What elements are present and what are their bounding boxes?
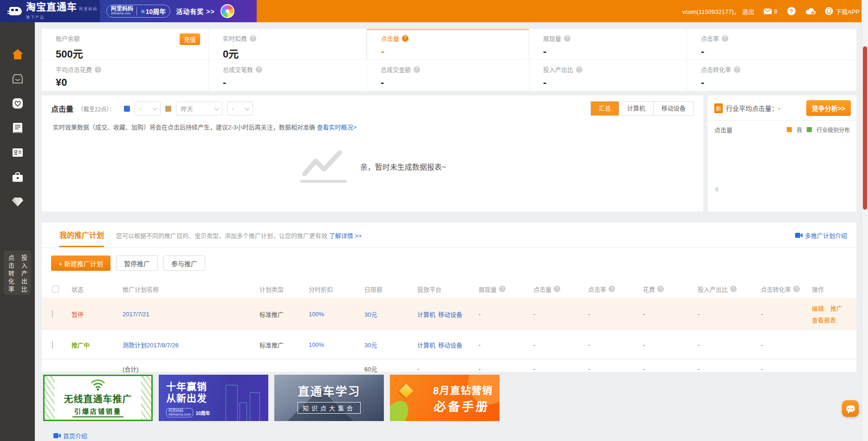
help-icon[interactable]: ? xyxy=(256,66,262,73)
customer-service-button[interactable] xyxy=(842,400,859,417)
stat-avg-click-cost[interactable]: 平均点击花费? ¥0 xyxy=(42,60,209,91)
promote-link[interactable]: 推广 xyxy=(830,304,842,313)
help-icon[interactable]: ? xyxy=(499,286,505,292)
video-icon xyxy=(795,233,803,238)
tab-mobile[interactable]: 移动设备 xyxy=(654,102,693,115)
chat-bubble-icon xyxy=(846,405,855,412)
stat-total-orders[interactable]: 总成交笔数? - xyxy=(209,60,367,91)
help-icon[interactable]: ? xyxy=(250,35,256,42)
learn-more-link[interactable]: 了解详情 >> xyxy=(329,232,362,239)
daily-limit-link[interactable]: 30元 xyxy=(364,311,377,318)
view-report-link[interactable]: 查看报表 xyxy=(812,315,853,324)
help-icon[interactable]: ? xyxy=(402,35,408,42)
help-icon[interactable]: ? xyxy=(730,286,737,292)
stat-ctr[interactable]: 点击率? - xyxy=(687,29,856,60)
help-icon[interactable]: ? xyxy=(414,66,420,73)
platform-mobile-link[interactable]: 移动设备 xyxy=(438,310,462,319)
help-icon[interactable]: ? xyxy=(734,66,740,73)
recharge-button[interactable]: 充值 xyxy=(180,33,200,45)
discount-link[interactable]: 100% xyxy=(309,311,324,318)
help-icon[interactable]: ? xyxy=(564,35,570,42)
tab-my-campaigns[interactable]: 我的推广计划 xyxy=(59,229,104,247)
summary-impressions: - xyxy=(479,365,533,372)
logo[interactable]: 淘宝直通车 阿里妈妈旗下产品 xyxy=(0,0,100,22)
banner-title-line1: 8月直钻营销 xyxy=(433,385,493,396)
banner-subtitle: 引爆店铺销量 xyxy=(72,406,123,417)
alimama-brand-cn: 阿里妈妈 xyxy=(111,6,133,11)
anniversary-banner[interactable]: 阿里妈妈 Alimama.com ✳10周年 活动有奖 >> xyxy=(100,0,257,22)
compare-select[interactable]: - xyxy=(227,102,253,115)
campaign-name-link[interactable]: 2017/7/21 xyxy=(123,311,149,318)
col-name: 推广计划名称 xyxy=(123,285,259,294)
help-icon[interactable]: ? xyxy=(95,66,101,73)
scrollbar[interactable] xyxy=(862,0,868,441)
campaign-name-link[interactable]: 测款计划2017/8/7/26 xyxy=(123,342,179,349)
help-icon[interactable]: ? xyxy=(609,286,615,292)
legend-me-swatch xyxy=(787,127,792,132)
date-select[interactable]: 昨天 xyxy=(176,102,222,115)
banner-august-handbook[interactable]: 8月直钻营销 必备手册 xyxy=(390,375,499,421)
platform-pc-link[interactable]: 计算机 xyxy=(417,340,435,349)
device-tabs: 汇总 计算机 移动设备 xyxy=(590,101,694,116)
help-icon[interactable]: ? xyxy=(576,66,583,73)
banner-anniversary[interactable]: 十年赢销 从新出发 阿里妈妈Alimama.com 10周年 xyxy=(159,375,268,421)
select-all-checkbox[interactable] xyxy=(52,286,59,293)
chevron-down-icon xyxy=(214,106,219,110)
help-icon[interactable]: ? xyxy=(722,35,728,42)
banner-learning[interactable]: 直通车学习 知识点大集合 xyxy=(274,375,384,421)
stat-conversion-rate[interactable]: 点击转化率? - xyxy=(687,60,856,91)
stat-account-balance[interactable]: 账户余额 500元 充值 xyxy=(42,29,209,60)
platform-mobile-link[interactable]: 移动设备 xyxy=(438,340,462,349)
summary-conversion: - xyxy=(761,365,812,372)
stat-clicks[interactable]: 点击量? - xyxy=(367,29,529,60)
chart-title-suffix: （截至22点）： xyxy=(78,105,115,113)
scrollbar-thumb[interactable] xyxy=(863,46,867,210)
sidebar-metric-shortcuts[interactable]: 点击转化率 投入产出比 xyxy=(4,250,31,295)
competition-analysis-button[interactable]: 竞争分析>> xyxy=(806,100,851,116)
discount-link[interactable]: 100% xyxy=(309,341,324,348)
vertical-label-click-conversion: 点击转化率 xyxy=(6,255,15,295)
summary-roi: - xyxy=(698,365,761,372)
sidebar-item-reports[interactable] xyxy=(12,122,24,134)
badge-divider xyxy=(136,7,137,15)
toolbox-icon xyxy=(12,172,23,182)
stat-total-amount[interactable]: 总成交金额? - xyxy=(367,60,529,91)
edit-link[interactable]: 编辑 xyxy=(812,304,824,313)
row-checkbox[interactable] xyxy=(52,341,53,349)
row-checkbox[interactable] xyxy=(52,310,53,318)
legend-industry-swatch xyxy=(807,127,812,132)
banner-wireless-promo[interactable]: 无线直通车推广 引爆店铺销量 xyxy=(43,375,153,421)
multi-campaign-intro-link[interactable]: 多推广计划介绍 xyxy=(795,231,847,240)
pause-campaign-button[interactable]: 暂停推广 xyxy=(116,256,158,271)
chevron-down-icon xyxy=(153,106,157,110)
help-icon[interactable]: ? xyxy=(554,286,560,292)
help-icon[interactable]: ? xyxy=(793,286,800,292)
mail-button[interactable]: 8 xyxy=(764,8,777,15)
realtime-overview-link[interactable]: 查看实时概况> xyxy=(317,124,356,131)
sidebar-item-gem[interactable] xyxy=(12,196,24,208)
platform-pc-link[interactable]: 计算机 xyxy=(417,310,435,319)
metric-select[interactable]: - xyxy=(135,102,161,115)
new-campaign-button[interactable]: + 新建推广计划 xyxy=(51,256,110,271)
alimama-badge: 阿里妈妈 Alimama.com ✳10周年 xyxy=(106,5,170,18)
metric-impressions: - xyxy=(479,341,533,348)
sidebar-item-tools[interactable] xyxy=(12,171,24,183)
stat-realtime-cost[interactable]: 实时扣费? 0元 xyxy=(209,29,367,60)
banner-anniversary-label: 10周年 xyxy=(195,409,210,416)
join-campaign-button[interactable]: 参与推广 xyxy=(163,256,205,271)
sidebar-item-home[interactable] xyxy=(12,48,24,60)
homepage-intro-link[interactable]: 首页介绍 xyxy=(53,431,87,440)
logout-link[interactable]: 退出 xyxy=(742,7,754,16)
sidebar-item-favorites[interactable] xyxy=(12,97,24,109)
sidebar-item-shop[interactable] xyxy=(12,73,24,85)
help-icon[interactable]: ? xyxy=(657,286,664,292)
stat-impressions[interactable]: 展现量? - xyxy=(529,29,687,60)
download-app-button[interactable]: 下载APP xyxy=(825,7,860,16)
help-button[interactable]: ? xyxy=(787,6,796,16)
stat-roi[interactable]: 投入产出比? - xyxy=(529,60,687,91)
tab-summary[interactable]: 汇总 xyxy=(591,102,619,115)
cloud-button[interactable]: 云 xyxy=(805,7,816,15)
tab-computer[interactable]: 计算机 xyxy=(619,102,654,115)
sidebar-item-account[interactable] xyxy=(12,147,24,159)
daily-limit-link[interactable]: 30元 xyxy=(364,342,377,349)
